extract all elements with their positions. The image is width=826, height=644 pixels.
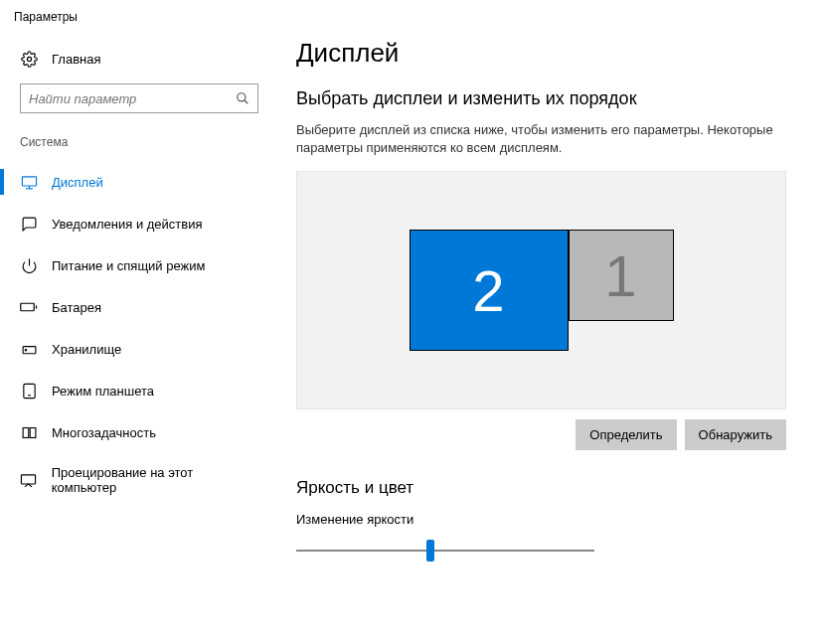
- slider-track: [296, 550, 594, 552]
- monitor-1[interactable]: 1: [569, 230, 674, 321]
- svg-point-10: [25, 349, 26, 350]
- home-label: Главная: [52, 52, 100, 67]
- brightness-label: Изменение яркости: [296, 512, 786, 527]
- brightness-heading: Яркость и цвет: [296, 478, 786, 498]
- sidebar-item-tablet[interactable]: Режим планшета: [0, 370, 278, 411]
- gear-icon: [20, 50, 38, 68]
- brightness-slider[interactable]: [296, 539, 594, 563]
- content-area: Главная Система Дисплей: [0, 30, 826, 644]
- sidebar: Главная Система Дисплей: [0, 30, 278, 644]
- sidebar-item-label: Уведомления и действия: [52, 217, 203, 232]
- nav-list: Дисплей Уведомления и действия Питание и…: [0, 161, 278, 507]
- svg-rect-14: [30, 427, 36, 437]
- svg-rect-13: [23, 427, 29, 437]
- chat-icon: [20, 215, 38, 233]
- sidebar-item-notifications[interactable]: Уведомления и действия: [0, 203, 278, 244]
- svg-point-1: [238, 93, 246, 101]
- section-label: Система: [0, 135, 278, 161]
- sidebar-item-label: Многозадачность: [52, 425, 156, 440]
- multitask-icon: [20, 423, 38, 441]
- project-icon: [20, 471, 38, 489]
- search-box[interactable]: [20, 83, 258, 113]
- slider-thumb[interactable]: [426, 540, 434, 562]
- arrange-description: Выберите дисплей из списка ниже, чтобы и…: [296, 121, 786, 157]
- sidebar-item-label: Питание и спящий режим: [52, 258, 205, 273]
- svg-rect-7: [21, 303, 35, 311]
- display-arrange-area[interactable]: 2 1: [296, 171, 786, 409]
- svg-line-2: [245, 100, 248, 104]
- search-icon: [228, 91, 257, 105]
- detect-button[interactable]: Обнаружить: [685, 419, 786, 450]
- sidebar-item-label: Режим планшета: [52, 384, 154, 399]
- display-icon: [20, 173, 38, 191]
- sidebar-item-battery[interactable]: Батарея: [0, 286, 278, 328]
- page-title: Дисплей: [296, 38, 786, 69]
- monitor-2[interactable]: 2: [410, 230, 569, 351]
- svg-rect-11: [23, 384, 34, 398]
- window-title: Параметры: [0, 0, 826, 30]
- storage-icon: [20, 340, 38, 358]
- sidebar-item-label: Батарея: [52, 300, 101, 315]
- sidebar-item-multitask[interactable]: Многозадачность: [0, 411, 278, 453]
- battery-icon: [20, 298, 38, 316]
- tablet-icon: [20, 382, 38, 400]
- home-link[interactable]: Главная: [0, 44, 278, 83]
- sidebar-item-label: Проецирование на этот компьютер: [52, 465, 258, 495]
- main-panel: Дисплей Выбрать дисплеи и изменить их по…: [278, 30, 826, 644]
- arrange-heading: Выбрать дисплеи и изменить их порядок: [296, 88, 786, 109]
- sidebar-item-label: Дисплей: [52, 175, 103, 190]
- search-input[interactable]: [21, 84, 228, 112]
- svg-rect-15: [22, 474, 36, 483]
- sidebar-item-storage[interactable]: Хранилище: [0, 328, 278, 370]
- identify-button[interactable]: Определить: [576, 419, 676, 450]
- display-buttons: Определить Обнаружить: [296, 419, 786, 450]
- power-icon: [20, 256, 38, 274]
- sidebar-item-projecting[interactable]: Проецирование на этот компьютер: [0, 453, 278, 507]
- svg-rect-3: [22, 176, 36, 185]
- sidebar-item-power[interactable]: Питание и спящий режим: [0, 244, 278, 286]
- sidebar-item-display[interactable]: Дисплей: [0, 161, 278, 203]
- sidebar-item-label: Хранилище: [52, 342, 121, 357]
